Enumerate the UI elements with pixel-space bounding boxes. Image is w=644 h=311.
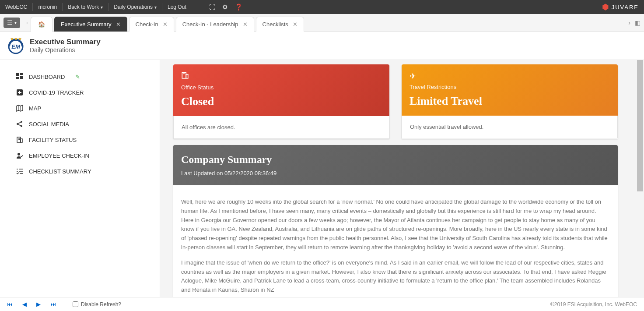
sidebar-item-employee[interactable]: EMPLOYEE CHECK-IN (16, 148, 160, 163)
tab-home[interactable]: 🏠 (31, 17, 52, 32)
summary-paragraph-2: Here in Georgia our Governor opened our … (181, 216, 610, 252)
footer-nav: ⏮ ◀ ▶ ⏭ Disable Refresh? (7, 301, 121, 307)
svg-line-16 (18, 124, 21, 126)
travel-restrictions-detail: Only essential travel allowed. (402, 116, 618, 138)
disable-refresh-label: Disable Refresh? (81, 301, 121, 307)
tab-check-in-leadership[interactable]: Check-In - Leadership ✕ (176, 17, 254, 32)
tabbar-right: › ◧ (628, 19, 640, 26)
svg-rect-31 (183, 74, 184, 74)
sidebar-item-label: CHECKLIST SUMMARY (29, 168, 91, 175)
sidebar-item-social[interactable]: SOCIAL MEDIA (16, 116, 160, 132)
gear-icon[interactable]: ⚙ (222, 4, 228, 11)
close-icon[interactable]: ✕ (293, 21, 298, 28)
svg-rect-17 (17, 137, 21, 142)
caret-down-icon: ▾ (154, 5, 157, 10)
footer: ⏮ ◀ ▶ ⏭ Disable Refresh? ©2019 ESi Acqui… (0, 297, 644, 311)
sidebar-item-checklist[interactable]: CHECKLIST SUMMARY (16, 163, 160, 179)
nav-last-icon[interactable]: ⏭ (50, 301, 56, 307)
menu-icon: ☰ (7, 19, 13, 26)
sidebar-item-label: SOCIAL MEDIA (29, 121, 69, 127)
close-icon[interactable]: ✕ (116, 21, 121, 28)
topbar-webeoc[interactable]: WebEOC (5, 3, 33, 11)
page-titles: Executive Summary Daily Operations (30, 38, 101, 53)
travel-restrictions-label: Travel Restrictions (410, 84, 610, 90)
svg-rect-6 (20, 76, 23, 79)
nav-first-icon[interactable]: ⏮ (7, 301, 13, 307)
topbar-logout[interactable]: Log Out (162, 3, 192, 11)
plus-box-icon (16, 89, 24, 96)
tabbar: ☰ ▾ ‹ 🏠 Executive Summary ✕ Check-In ✕ C… (0, 14, 644, 32)
sidebar-item-facility[interactable]: FACILITY STATUS (16, 132, 160, 148)
svg-text:EM: EM (11, 43, 21, 50)
content-wrap: DASHBOARD ✎ COVID-19 TRACKER MAP SOCIAL … (0, 60, 644, 297)
airplane-icon: ✈ (410, 71, 610, 81)
building-icon (16, 136, 24, 143)
svg-point-23 (18, 153, 20, 156)
tab-label: Executive Summary (61, 21, 112, 28)
company-summary-body: Well, here we are roughly 10 weeks into … (173, 185, 618, 297)
close-icon[interactable]: ✕ (243, 21, 248, 28)
topbar-backtowork[interactable]: Back to Work ▾ (63, 3, 108, 11)
tab-checklists[interactable]: Checklists ✕ (256, 17, 304, 32)
status-cards-row: Office Status Closed All offices are clo… (173, 64, 618, 139)
em-logo: EM ★★★ (7, 37, 24, 54)
help-icon[interactable]: ❓ (235, 4, 242, 11)
topbar-dailyops[interactable]: Daily Operations ▾ (108, 3, 162, 11)
caret-down-icon: ▾ (14, 20, 17, 25)
scrollbar-thumb[interactable] (637, 60, 643, 191)
topbar-brand: ⬢ JUVARE (602, 2, 639, 12)
footer-copyright: ©2019 ESi Acquisition, Inc. WebEOC (550, 301, 637, 307)
page-title: Executive Summary (30, 38, 101, 46)
svg-rect-29 (182, 72, 186, 78)
nav-next-icon[interactable]: ▶ (36, 301, 41, 307)
page-subtitle: Daily Operations (30, 46, 101, 53)
svg-rect-30 (186, 74, 188, 78)
company-summary-card: Company Summary Last Updated on 05/22/20… (173, 145, 618, 297)
tab-check-in[interactable]: Check-In ✕ (129, 17, 174, 32)
main-scrollbar[interactable] (637, 60, 643, 297)
juvare-logo-text: JUVARE (612, 4, 639, 11)
travel-restrictions-value: Limited Travel (410, 95, 610, 108)
main-content: Office Status Closed All offices are clo… (160, 60, 644, 297)
sidebar-item-label: FACILITY STATUS (29, 137, 77, 143)
tab-label: Checklists (262, 21, 288, 28)
tab-scroll-right[interactable]: › (628, 19, 630, 26)
svg-rect-22 (19, 139, 20, 140)
building-icon (181, 71, 382, 81)
edit-icon[interactable]: ✎ (75, 74, 80, 80)
topbar-backtowork-label: Back to Work (68, 4, 99, 10)
disable-refresh-checkbox[interactable] (73, 301, 78, 307)
svg-rect-5 (16, 77, 19, 79)
tab-label: Check-In - Leadership (182, 21, 238, 28)
disable-refresh-toggle[interactable]: Disable Refresh? (73, 301, 121, 307)
nav-prev-icon[interactable]: ◀ (22, 301, 27, 307)
topbar-user[interactable]: mcronin (33, 3, 63, 11)
page-header: EM ★★★ Executive Summary Daily Operation… (0, 32, 644, 60)
person-check-icon (16, 152, 24, 159)
sidebar-item-label: MAP (29, 105, 41, 112)
office-status-header: Office Status Closed (173, 64, 389, 116)
juvare-shield-icon: ⬢ (602, 2, 609, 12)
share-icon (16, 120, 24, 127)
svg-text:★★★: ★★★ (10, 37, 22, 41)
tab-executive-summary[interactable]: Executive Summary ✕ (54, 17, 127, 32)
home-icon: 🏠 (38, 21, 45, 28)
sidebar-item-label: EMPLOYEE CHECK-IN (29, 152, 89, 159)
tab-list-icon[interactable]: ◧ (635, 19, 640, 26)
topbar-left: WebEOC mcronin Back to Work ▾ Daily Oper… (5, 3, 242, 11)
tab-scroll-left[interactable]: ‹ (24, 20, 31, 26)
sidebar-item-dashboard[interactable]: DASHBOARD ✎ (16, 69, 160, 85)
fullscreen-icon[interactable]: ⛶ (209, 4, 215, 11)
menu-button[interactable]: ☰ ▾ (4, 18, 20, 28)
office-status-detail: All offices are closed. (173, 116, 389, 139)
topbar-icons: ⛶ ⚙ ❓ (209, 4, 242, 11)
sidebar-item-covid[interactable]: COVID-19 TRACKER (16, 85, 160, 100)
office-status-label: Office Status (181, 84, 382, 91)
summary-paragraph-3: I imagine that the issue of 'when do we … (181, 258, 610, 295)
company-summary-title: Company Summary (181, 154, 610, 166)
svg-rect-4 (20, 73, 23, 75)
sidebar-item-map[interactable]: MAP (16, 100, 160, 116)
svg-rect-32 (184, 74, 185, 74)
svg-rect-21 (18, 139, 19, 140)
close-icon[interactable]: ✕ (163, 21, 168, 28)
